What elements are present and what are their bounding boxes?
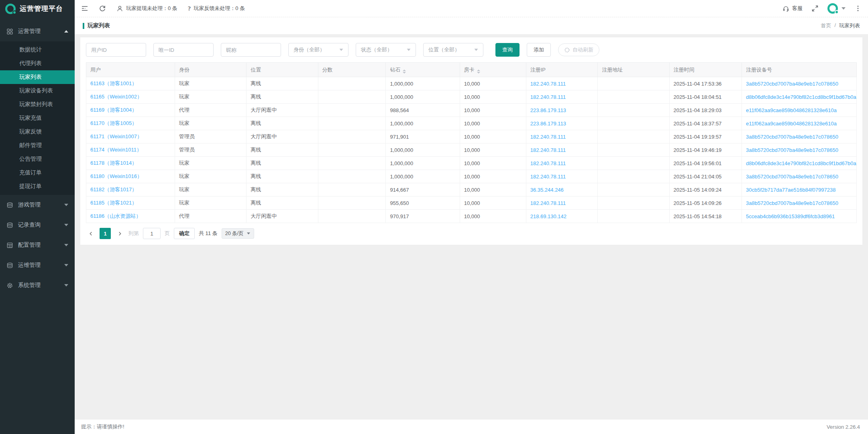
reg_ip-link[interactable]: 36.35.244.246: [530, 187, 564, 193]
reg_ip-link[interactable]: 182.240.78.111: [530, 160, 566, 166]
reg_device-link[interactable]: 3a8b5720cbd7007ba48e9eb17c078650: [746, 174, 838, 180]
add-button[interactable]: 添加: [527, 43, 551, 57]
reg_device-link[interactable]: e11f062aa9cae859b0486281328e610a: [746, 107, 837, 113]
page-1-button[interactable]: 1: [100, 228, 111, 239]
feedback-pending-stat[interactable]: ? 玩家反馈未处理：0 条: [188, 5, 245, 12]
reg_ip-link[interactable]: 218.69.130.142: [530, 213, 566, 219]
goto-page-input[interactable]: [143, 228, 161, 239]
customer-service-button[interactable]: 客服: [782, 5, 803, 12]
reg_device-link[interactable]: 5cceab4cb6b936b15389df6fcb3d8961: [746, 213, 835, 219]
more-menu-icon[interactable]: [854, 5, 862, 12]
reg_device-link[interactable]: d8b06dfc8de3c14e790bf82c1cd8bc9f1bd67b0a: [746, 160, 856, 166]
chevron-down-icon: [64, 284, 68, 287]
user-link[interactable]: 61182（游客1017）: [90, 186, 137, 192]
records-icon: [6, 221, 14, 229]
goto-label: 到第: [128, 230, 139, 237]
cell-reg_ip: 218.69.130.142: [526, 210, 597, 223]
reg_ip-link[interactable]: 182.240.78.111: [530, 94, 566, 100]
cell-score: [318, 183, 386, 197]
col-header-room_card[interactable]: 房卡: [460, 63, 526, 77]
page-size-select[interactable]: 20 条/页: [222, 228, 254, 239]
next-page-button[interactable]: [115, 228, 124, 239]
user-link[interactable]: 61186（山水资源站）: [90, 213, 141, 219]
sidebar-group-3[interactable]: 配置管理: [0, 235, 75, 255]
reg_ip-link[interactable]: 182.240.78.111: [530, 81, 566, 87]
nickname-input[interactable]: [221, 43, 281, 57]
cell-diamond: 1,000,000: [386, 157, 460, 170]
user-link[interactable]: 61171（Weixin1007）: [90, 133, 142, 139]
user-link[interactable]: 61169（游客1004）: [90, 107, 137, 113]
reg_device-link[interactable]: d8b06dfc8de3c14e790bf82c1cd8bc9f1bd67b0a: [746, 94, 856, 100]
auto-refresh-toggle[interactable]: 自动刷新: [558, 43, 599, 56]
sidebar-group-4[interactable]: 运维管理: [0, 255, 75, 275]
sidebar-group-2[interactable]: 记录查询: [0, 215, 75, 235]
reg_ip-link[interactable]: 182.240.78.111: [530, 174, 566, 180]
sidebar-item-0-0[interactable]: 数据统计: [0, 43, 75, 57]
user-id-input[interactable]: [86, 43, 146, 57]
cell-room_card: 10,000: [460, 90, 526, 104]
app-logo[interactable]: 运营管理平台: [0, 0, 75, 17]
position-select[interactable]: 位置（全部）: [423, 43, 483, 57]
sidebar-item-0-2[interactable]: 玩家列表: [0, 70, 75, 84]
sidebar-item-0-10[interactable]: 提现订单: [0, 180, 75, 193]
identity-select[interactable]: 身份（全部）: [288, 43, 348, 57]
sidebar-group-0[interactable]: 运营管理: [0, 21, 75, 41]
reg_ip-link[interactable]: 182.240.78.111: [530, 200, 566, 206]
col-header-diamond[interactable]: 钻石: [386, 63, 460, 77]
page-unit-label: 页: [165, 230, 170, 237]
prev-page-button[interactable]: [86, 228, 96, 239]
search-button[interactable]: 查询: [495, 43, 520, 57]
reg_device-link[interactable]: 30cb5f2b717da77ae516b84f07997238: [746, 187, 835, 193]
cell-role: 玩家: [175, 77, 246, 90]
reg_device-link[interactable]: e11f062aa9cae859b0486281328e610a: [746, 121, 837, 127]
sidebar-group-1[interactable]: 游戏管理: [0, 195, 75, 215]
reg_device-link[interactable]: 3a8b5720cbd7007ba48e9eb17c078650: [746, 134, 838, 140]
user-link[interactable]: 61174（Weixin1011）: [90, 147, 142, 153]
sidebar-item-0-1[interactable]: 代理列表: [0, 57, 75, 70]
user-link[interactable]: 61163（游客1001）: [90, 80, 137, 86]
cell-role: 管理员: [175, 143, 246, 157]
players-card: 身份（全部）状态（全部）位置（全部） 查询 添加 自动刷新 用户身份位置分数钻石…: [80, 37, 862, 245]
cell-location: 离线: [247, 197, 318, 210]
reg_ip-link[interactable]: 182.240.78.111: [530, 147, 566, 153]
user-menu[interactable]: [827, 3, 846, 14]
withdraw-pending-stat[interactable]: 玩家提现未处理：0 条: [116, 5, 177, 12]
confirm-page-button[interactable]: 确定: [174, 228, 195, 239]
cell-diamond: 971,901: [386, 130, 460, 143]
sidebar-item-0-3[interactable]: 玩家设备列表: [0, 84, 75, 98]
user-link[interactable]: 61170（游客1005）: [90, 120, 137, 126]
topbar-right: 客服: [782, 3, 862, 14]
pagination: 1 到第 页 确定 共 11 条 20 条/页: [86, 228, 857, 239]
question-icon: ?: [188, 5, 191, 12]
cell-reg_device: 3a8b5720cbd7007ba48e9eb17c078650: [742, 130, 856, 143]
cell-diamond: 955,650: [386, 197, 460, 210]
reg_device-link[interactable]: 3a8b5720cbd7007ba48e9eb17c078650: [746, 200, 838, 206]
user-link[interactable]: 61178（游客1014）: [90, 160, 137, 166]
refresh-icon[interactable]: [99, 5, 106, 12]
reg_device-link[interactable]: 3a8b5720cbd7007ba48e9eb17c078650: [746, 81, 838, 87]
sort-icon[interactable]: [477, 70, 480, 74]
reg_ip-link[interactable]: 223.86.179.113: [530, 107, 566, 113]
sort-icon[interactable]: [403, 70, 406, 74]
breadcrumb-home[interactable]: 首页: [821, 22, 831, 29]
user-link[interactable]: 61180（Weixin1016）: [90, 173, 142, 179]
cell-user: 61171（Weixin1007）: [86, 130, 175, 143]
footer-tip: 提示：请谨慎操作!: [81, 423, 124, 430]
sidebar-item-0-8[interactable]: 公告管理: [0, 152, 75, 166]
sidebar-group-5[interactable]: 系统管理: [0, 275, 75, 295]
status-select[interactable]: 状态（全部）: [356, 43, 416, 57]
sidebar-item-0-5[interactable]: 玩家充值: [0, 111, 75, 125]
sidebar-item-0-9[interactable]: 充值订单: [0, 166, 75, 180]
fullscreen-icon[interactable]: [811, 5, 819, 12]
user-link[interactable]: 61185（游客1021）: [90, 200, 137, 206]
unique-id-input[interactable]: [153, 43, 214, 57]
collapse-sidebar-icon[interactable]: [81, 5, 88, 12]
sidebar-item-0-4[interactable]: 玩家禁封列表: [0, 98, 75, 111]
ops-icon: [6, 262, 14, 269]
reg_ip-link[interactable]: 182.240.78.111: [530, 134, 566, 140]
reg_ip-link[interactable]: 223.86.179.113: [530, 121, 566, 127]
sidebar-item-0-7[interactable]: 邮件管理: [0, 139, 75, 152]
user-link[interactable]: 61165（Weixin1002）: [90, 94, 142, 100]
reg_device-link[interactable]: 3a8b5720cbd7007ba48e9eb17c078650: [746, 147, 838, 153]
sidebar-item-0-6[interactable]: 玩家反馈: [0, 125, 75, 139]
